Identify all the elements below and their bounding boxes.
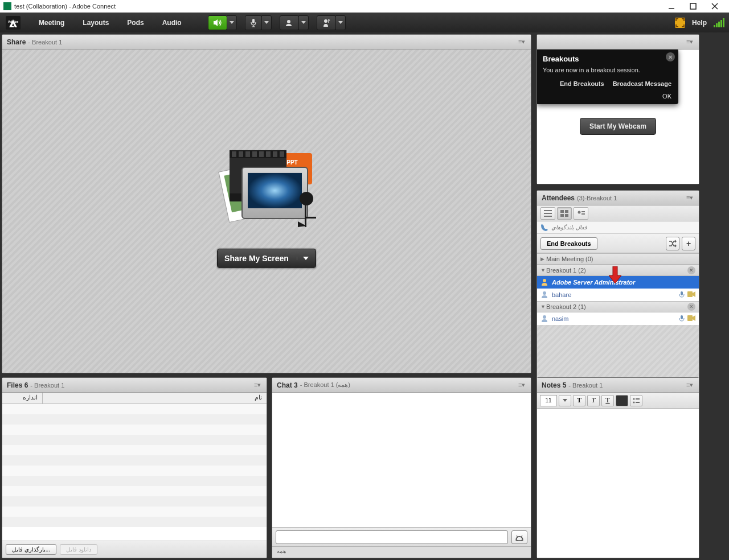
- files-pod-header: Files 6 - Breakout 1 ≡▾: [2, 378, 267, 393]
- menu-layouts[interactable]: Layouts: [73, 13, 118, 32]
- svg-rect-43: [687, 291, 693, 297]
- files-col-size[interactable]: اندازه: [2, 393, 42, 403]
- raise-hand-button[interactable]: [317, 15, 336, 30]
- chat-title: Chat 3: [277, 381, 298, 389]
- participant-icon: [540, 291, 548, 299]
- mic-button[interactable]: [245, 15, 262, 30]
- speaker-button[interactable]: [208, 15, 227, 30]
- menu-help[interactable]: Help: [692, 19, 707, 27]
- attendee-row-nasim[interactable]: nasim: [537, 312, 699, 325]
- attendees-subtitle: (3)-Breakout 1: [577, 195, 617, 201]
- font-size-input[interactable]: [540, 395, 557, 406]
- attendee-name: Adobe Server Administrator: [552, 279, 635, 286]
- attendee-view-status-icon[interactable]: [574, 207, 588, 220]
- svg-rect-15: [230, 150, 286, 158]
- remove-group-icon[interactable]: ✕: [687, 303, 695, 311]
- active-speakers-label: فعال بلندگوهاي: [551, 224, 587, 230]
- download-file-button[interactable]: دانلود فايل: [60, 544, 97, 555]
- menu-pods[interactable]: Pods: [118, 13, 153, 32]
- pod-menu-icon[interactable]: ≡▾: [686, 38, 694, 46]
- svg-rect-1: [690, 3, 696, 9]
- pod-menu-icon[interactable]: ≡▾: [686, 381, 694, 389]
- files-col-name[interactable]: نام: [42, 393, 267, 403]
- chat-tab-all[interactable]: همه: [277, 548, 286, 554]
- close-icon[interactable]: ✕: [666, 52, 675, 61]
- svg-text:PPT: PPT: [286, 159, 297, 166]
- share-pod-header: Share - Breakout 1 ≡▾: [2, 35, 531, 50]
- svg-point-7: [287, 20, 290, 23]
- pod-menu-icon[interactable]: ≡▾: [518, 38, 526, 46]
- video-icon: [687, 315, 695, 322]
- svg-rect-46: [687, 315, 693, 321]
- group-breakout-2[interactable]: ▼Breakout 2 (1) ✕: [537, 301, 699, 312]
- raise-hand-dropdown[interactable]: [335, 15, 346, 30]
- svg-rect-23: [280, 151, 284, 157]
- svg-rect-34: [565, 210, 568, 213]
- speaker-dropdown[interactable]: [227, 15, 237, 30]
- notes-text-area[interactable]: [537, 409, 699, 558]
- window-titlebar: test (Collaboration) - Adobe Connect: [0, 0, 729, 13]
- notes-toolbar: T T T: [537, 393, 699, 409]
- svg-rect-35: [560, 214, 564, 217]
- maximize-button[interactable]: [682, 1, 704, 12]
- svg-rect-51: [636, 402, 640, 403]
- font-size-dropdown[interactable]: [559, 395, 571, 406]
- pod-menu-icon[interactable]: ≡▾: [518, 381, 526, 389]
- color-button[interactable]: [616, 395, 628, 406]
- chat-input-row: [272, 527, 531, 546]
- svg-rect-31: [544, 213, 552, 214]
- bullets-button[interactable]: [630, 395, 642, 406]
- mic-dropdown[interactable]: [261, 15, 272, 30]
- italic-button[interactable]: T: [587, 395, 600, 406]
- chat-send-button[interactable]: [511, 530, 527, 544]
- chat-subtitle: - Breakout 1 (همه): [300, 381, 350, 389]
- adobe-logo: Adobe: [5, 15, 22, 31]
- webcam-dropdown[interactable]: [298, 15, 309, 30]
- svg-point-40: [543, 279, 546, 282]
- upload-file-button[interactable]: بارگذاري فايل...: [6, 544, 56, 555]
- share-pod: Share - Breakout 1 ≡▾ PPTPDF Share My Sc…: [2, 34, 531, 373]
- chat-input[interactable]: [276, 530, 508, 544]
- files-footer: بارگذاري فايل... دانلود فايل: [2, 541, 267, 558]
- main-toolbar: Adobe Meeting Layouts Pods Audio Help: [0, 13, 729, 32]
- files-subtitle: - Breakout 1: [30, 382, 64, 389]
- fullscreen-icon[interactable]: [675, 18, 685, 28]
- remove-group-icon[interactable]: ✕: [687, 266, 695, 274]
- notes-pod-header: Notes 5 - Breakout 1 ≡▾: [537, 378, 699, 393]
- shuffle-button[interactable]: [666, 237, 679, 250]
- pod-menu-icon[interactable]: ≡▾: [686, 194, 694, 201]
- phone-icon: [540, 224, 548, 232]
- share-screen-label: Share My Screen: [224, 254, 289, 263]
- add-breakout-button[interactable]: +: [682, 237, 695, 250]
- end-breakouts-link[interactable]: End Breakouts: [560, 80, 604, 87]
- attendee-view-list-icon[interactable]: [540, 207, 555, 220]
- close-button[interactable]: [704, 1, 726, 12]
- pod-menu-icon[interactable]: ≡▾: [254, 381, 262, 389]
- window-title: test (Collaboration) - Adobe Connect: [14, 3, 661, 10]
- popover-body: You are now in a breakout session.: [543, 67, 671, 73]
- svg-point-8: [324, 19, 327, 23]
- webcam-button[interactable]: [280, 15, 299, 30]
- minimize-button[interactable]: [661, 1, 682, 12]
- chat-messages-area[interactable]: [272, 393, 531, 527]
- webcam-pod: ≡▾ ✕ Breakouts You are now in a breakout…: [536, 34, 699, 184]
- connection-signal-icon[interactable]: [714, 18, 724, 27]
- end-breakouts-button[interactable]: End Breakouts: [540, 237, 597, 250]
- group-main-meeting[interactable]: ▶Main Meeting (0): [537, 253, 699, 265]
- group-main-label: Main Meeting (0): [546, 256, 593, 262]
- attendees-pod-header: Attendees (3)-Breakout 1 ≡▾: [537, 191, 699, 205]
- ok-button[interactable]: OK: [662, 93, 671, 100]
- start-webcam-button[interactable]: Start My Webcam: [580, 118, 656, 135]
- underline-button[interactable]: T: [601, 395, 614, 406]
- files-list[interactable]: [2, 404, 267, 541]
- svg-point-44: [543, 315, 546, 319]
- share-screen-button[interactable]: Share My Screen: [217, 249, 316, 268]
- menu-meeting[interactable]: Meeting: [30, 13, 73, 32]
- webcam-pod-header: ≡▾: [537, 35, 699, 50]
- broadcast-message-link[interactable]: Broadcast Message: [613, 80, 671, 87]
- menu-audio[interactable]: Audio: [153, 13, 191, 32]
- attendee-row-bahare[interactable]: bahare: [537, 289, 699, 301]
- bold-button[interactable]: T: [573, 395, 585, 406]
- attendee-view-breakout-icon[interactable]: [557, 207, 572, 220]
- svg-rect-45: [681, 315, 683, 319]
